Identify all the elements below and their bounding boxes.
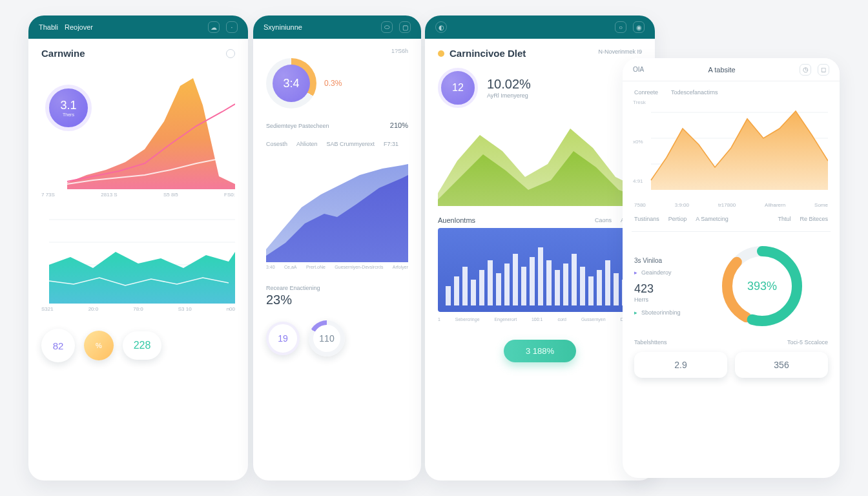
pill-a-value: 2.9 [674,360,687,370]
xtick: Gueserniyen-Devslrcrds [335,265,383,269]
svg-rect-22 [597,270,602,305]
xtick: Some [814,202,828,208]
legend-item: Geainderoy [641,269,672,276]
radio-icon[interactable] [226,49,235,58]
phone4-xticks: 7580 3:9:00 tr17800 Allharern Some [634,202,828,208]
phone4-donut-value: 393% [717,241,807,331]
tab-item[interactable]: Re Biteces [800,216,828,222]
pill-icon[interactable]: ⬭ [381,21,393,33]
phone3-corner: N-Noverinmek I9 [598,48,642,55]
phone2-ring-inner: 3:4 [273,65,310,102]
xtick: Arfolyer [393,265,408,269]
circle-dot-icon[interactable]: ◉ [633,21,645,33]
chat-icon[interactable]: ◻ [818,64,829,76]
tab-item[interactable]: Cosesth [266,141,287,147]
mini-pill[interactable]: 228 [123,331,161,360]
tab-item[interactable]: F7:31 [384,141,398,147]
phone1-teal-chart [41,207,235,304]
svg-rect-20 [580,267,585,305]
mini-ring-d[interactable]: 110 [309,320,345,356]
svg-rect-7 [471,280,476,305]
tab-reojover[interactable]: Reojover [65,23,93,31]
phone4-pill-b[interactable]: 356 [735,352,828,378]
mini-ring-b[interactable]: % [84,331,114,360]
phone1-area-chart [41,67,235,189]
xtick: 3:9:00 [675,202,689,208]
mini-ring-a[interactable]: 82 [41,329,75,362]
mini-d-value: 110 [319,333,334,344]
legend-item[interactable]: Todescefanactirns [671,89,718,96]
dot-icon: · [226,21,238,33]
phone2-ring-side: 0.3% [324,79,342,88]
foot-label: Toci-5 Sccaloce [787,339,828,346]
mini-b-value: 228 [134,340,151,351]
svg-rect-21 [588,276,594,305]
phone3-cta-pill[interactable]: 3 188% [504,340,576,362]
ytick: Tresk [633,99,646,105]
phone-card-1: Thabli Reojover ☁ · Carnwine 3.1 Thers [28,16,248,480]
svg-rect-13 [521,267,526,305]
phone1-title: Carnwine [41,48,85,59]
svg-rect-12 [513,254,518,305]
phone-card-4: OIA A tabsite ◷ ◻ Conreete Todescefanact… [623,58,840,478]
phone4-tab-a[interactable]: OIA [633,66,644,73]
home-icon[interactable]: ○ [615,21,626,33]
tab-item[interactable]: Ahlioten [296,141,318,147]
tab-item[interactable]: A Sametcing [696,216,728,222]
phone2-purple-chart [266,152,408,262]
phone-card-3: ◐ ○ ◉ Carnincivoe Dlet N-Noverinmek I9 1… [425,16,655,480]
xtick: 7 73S [41,192,55,198]
tab-item[interactable]: SAB Crummyerext [327,141,375,147]
xtick: tr17800 [718,202,736,208]
phone4-pill-a[interactable]: 2.9 [634,352,727,378]
xtick: Prert.oNe [306,265,326,269]
legend-item[interactable]: Conreete [634,89,658,96]
phone3-pill-value: 3 188% [526,346,554,356]
tab-sxyni[interactable]: Sxyniniunne [264,23,302,31]
apple-icon[interactable]: ◐ [435,21,447,33]
square-icon[interactable]: ▢ [399,21,411,33]
svg-rect-11 [504,264,510,305]
cloud-icon[interactable]: ☁ [208,21,220,33]
phone2-xticks: 3:40 Ce,aA Prert.oNe Gueserniyen-Devslrc… [266,265,408,269]
xtick: Ce,aA [284,265,296,269]
phone3-title-text: Carnincivoe Dlet [450,48,526,59]
phone1-xticks: 7 73S 2813 S S5 8i5 FS0: [41,192,235,198]
phone2-topbar: Sxyniniunne ⬭ ▢ [253,16,421,39]
phone3-xticks: 1SebercringeEngenerort100:1cordGussernye… [438,317,642,322]
xtick: 2813 S [101,192,117,198]
phone1-topbar: Thabli Reojover ☁ · [28,16,248,39]
phone4-orange-chart [634,99,828,200]
phone3-section: Auenlontms [438,216,475,224]
ytick: x0% [633,139,646,145]
phone2-ring-value: 3:4 [283,77,299,90]
tab-item[interactable]: Tustinans [634,216,659,222]
svg-rect-19 [572,254,577,305]
svg-rect-15 [538,247,543,305]
svg-rect-4 [446,286,451,305]
phone3-ring-value: 12 [452,82,464,94]
legend-item: Sboteorinnbing [641,309,681,316]
tab-item[interactable]: Caons [595,217,612,223]
phone2-topvalue: 1?S6h [391,48,408,54]
phone3-big-sub: AyRl Imenyereg [487,92,531,99]
phone4-donut: 393% [717,241,807,331]
phone2-stat-label: Sediemteye Pastecheen [266,123,329,129]
svg-rect-5 [454,276,459,305]
mini-ring-c[interactable]: 19 [266,322,300,355]
phone3-ring: 12 [438,68,478,108]
phone3-green-chart [438,116,642,206]
foot-label: Tabelshttens [634,339,667,346]
tab-item[interactable]: Thtul [778,216,790,222]
phone4-stat: 423 [634,282,705,296]
xtick: S5 8i5 [163,192,178,198]
phone3-topbar: ◐ ○ ◉ [425,16,655,39]
clock-icon[interactable]: ◷ [800,64,811,76]
mini-a-value: 82 [53,340,64,351]
svg-rect-18 [563,264,568,305]
svg-rect-14 [530,257,535,305]
tab-item[interactable]: Pertiop [668,216,687,222]
tab-thabli[interactable]: Thabli [39,23,58,31]
phone4-topbar: OIA A tabsite ◷ ◻ [623,58,840,81]
svg-rect-9 [488,260,493,305]
